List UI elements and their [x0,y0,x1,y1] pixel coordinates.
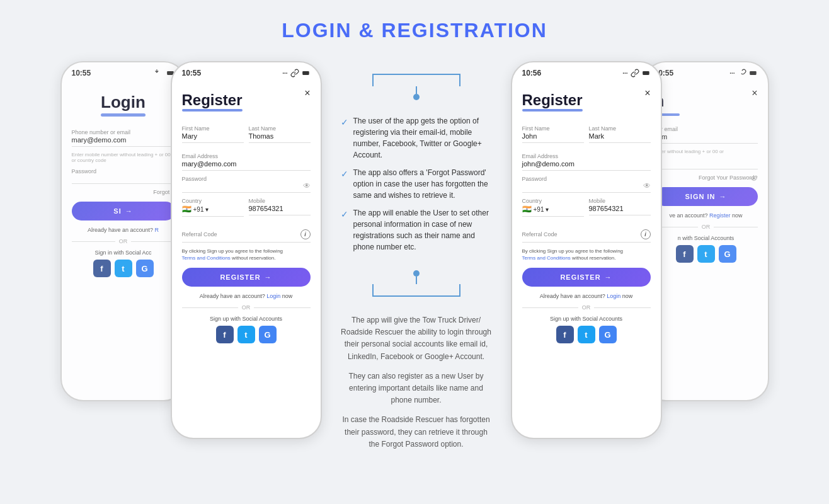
eye-icon3[interactable]: 👁 [643,181,651,190]
flag-icon3: 🇮🇳 [522,205,532,214]
name-fields3: First Name John Last Name Mark [522,125,651,152]
info-item-1: ✓ The user of the app gets the option of… [341,115,492,161]
country-select3[interactable]: 🇮🇳 +91 ▾ [522,205,584,217]
close-button4[interactable]: × [752,88,757,99]
password-field-group: Password 👁 [182,176,311,193]
phone2-time: 10:55 [182,69,202,77]
login-link3[interactable]: Login [607,293,620,299]
partial-hint: mber without leading + or 00 or [655,149,758,154]
tw-signup-button3[interactable]: t [578,326,595,343]
svg-rect-1 [302,71,309,75]
fb-signup-button[interactable]: f [216,326,234,343]
referral-info-icon3[interactable]: i [641,229,651,239]
partial-title: n [655,91,758,111]
close-button3[interactable]: × [644,88,650,99]
fb-button4[interactable]: f [676,245,694,263]
terms-link[interactable]: Terms and Conditions [182,255,231,261]
or-text4: OR [702,224,711,230]
or-line-right [131,241,174,242]
password-label: Password [72,168,175,175]
tw-button4[interactable]: t [697,245,715,263]
register-title3: Register [522,91,583,112]
phone-value: mary@demo.com [72,136,175,147]
referral-label3: Referral Code [522,231,557,238]
mobile-label3: Mobile [589,198,651,204]
or-line-left [72,241,115,242]
last-name-label: Last Name [249,125,311,132]
last-name-group3: Last Name Mark [589,125,651,148]
country-label: Country [182,198,244,204]
fb-signup-button3[interactable]: f [556,326,574,343]
register-link4[interactable]: Register [709,212,731,219]
country-group: Country 🇮🇳 +91 ▾ [182,198,244,220]
register-button3[interactable]: REGISTER → [522,268,651,287]
terms-text3: By clicking Sign up you agree to the fol… [522,248,651,261]
referral-info-icon[interactable]: i [300,229,311,239]
phone4-content: × n r or email com mber without leading … [644,81,768,273]
battery2-icon [302,69,311,77]
country-select[interactable]: 🇮🇳 +91 ▾ [182,205,244,217]
phone4-icons: ··· [729,69,757,77]
page-title: LOGIN & REGISTRATION [282,19,547,42]
or-line-right3 [594,307,650,308]
referral-row: Referral Code i [182,229,311,243]
partial-password-group: 👁 [655,159,758,169]
email-group: Email Address mary@demo.com [182,153,311,171]
email-label: Email Address [182,153,311,159]
phone-partial-right: 10:55 ··· × n r or email com mber withou… [643,61,769,401]
twitter-button[interactable]: t [115,260,132,277]
terms-link3[interactable]: Terms and Conditions [522,255,571,261]
gg-signup-button3[interactable]: G [599,326,617,343]
phone2-content: × Register First Name Mary Last Name Tho… [172,81,321,353]
last-name-group: Last Name Thomas [249,125,311,148]
name-fields: First Name Mary Last Name Thomas [182,125,311,152]
phone3-icons: ··· [622,69,650,77]
mobile-value: 987654321 [249,205,311,215]
bottom-connector [341,270,492,297]
register-title: Register [182,91,243,112]
gg-signup-button[interactable]: G [259,326,277,343]
tw-signup-button[interactable]: t [237,326,255,343]
email-value3: john@demo.com [522,160,651,171]
register-link[interactable]: R [155,227,159,233]
info-bottom-2: They can also register as a new User by … [341,370,492,407]
connector-dot-top [413,94,420,100]
or-text2: OR [242,304,251,311]
social-signin-text: Sign in with Social Acc [72,249,175,256]
mobile-group3: Mobile 987654321 [589,198,651,220]
login-link[interactable]: Login [266,293,280,299]
phone1-top: 10:55 [62,62,185,81]
signin-button4[interactable]: SIGN IN → [655,187,758,206]
already-text4: ve an account? Register now [655,212,758,219]
phone3-content: × Register First Name John Last Name Mar… [512,81,661,353]
or-divider3: OR [522,304,651,311]
email-group3: Email Address john@demo.com [522,153,651,171]
already-account-text: Already have an account? Login now [182,293,311,299]
eye-icon4[interactable]: 👁 [750,175,758,183]
connector-dot-bottom [413,270,420,277]
forgot-text: Forgot Y [72,189,175,195]
login-title: Login [101,93,146,117]
phone4-top: 10:55 ··· [644,62,768,81]
register-button[interactable]: REGISTER → [182,268,311,287]
signin-button[interactable]: SI → [72,202,175,220]
eye-icon[interactable]: 👁 [303,181,311,190]
gg-button4[interactable]: G [719,245,736,263]
password-value [72,175,175,184]
phone3-top: 10:56 ··· [512,62,661,81]
phones-container: 10:55 Login Phone number or email mary@d… [13,61,816,463]
facebook-button[interactable]: f [93,260,111,277]
phone-label: Phone number or email [72,129,175,135]
social-signup-buttons: f t G [182,326,311,343]
check-icon-3: ✓ [341,208,348,221]
google-button[interactable]: G [136,260,154,277]
password-field-label3: Password [522,176,651,182]
dropdown-icon: ▾ [205,206,209,213]
partial-email-value: com [655,133,758,144]
first-name-value: Mary [182,132,244,143]
password-group: Password [72,168,175,184]
email-value: mary@demo.com [182,160,311,171]
close-button[interactable]: × [304,88,310,99]
svg-rect-3 [750,71,757,75]
vert-connector [416,86,417,94]
